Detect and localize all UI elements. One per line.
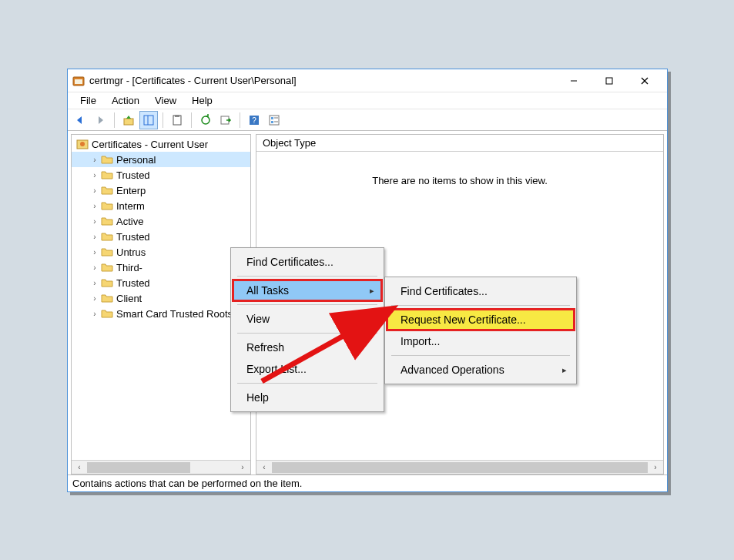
toolbar-up-button[interactable]	[119, 111, 138, 129]
context-menu-all-tasks[interactable]: All Tasks ▸	[233, 280, 382, 301]
folder-icon	[101, 153, 113, 166]
submenu-label: Advanced Operations	[401, 364, 504, 376]
submenu-arrow-icon: ▸	[370, 286, 374, 296]
svg-rect-7	[144, 116, 153, 125]
folder-icon	[101, 277, 113, 289]
tree-horizontal-scrollbar[interactable]: ‹ ›	[72, 460, 250, 474]
context-menu-label: Help	[246, 391, 269, 404]
toolbar-forward-button[interactable]	[91, 111, 109, 129]
svg-rect-17	[271, 121, 273, 123]
toolbar-show-pane-button[interactable]	[139, 111, 158, 129]
context-menu-export-list[interactable]: Export List...	[233, 358, 382, 380]
tree-expand-icon[interactable]: ›	[89, 277, 101, 289]
context-menu-view[interactable]: View ▸	[233, 308, 382, 330]
tree-expand-icon[interactable]: ›	[89, 184, 101, 196]
scroll-track[interactable]	[272, 462, 648, 473]
folder-icon	[101, 292, 113, 304]
tree-expand-icon[interactable]: ›	[89, 230, 101, 243]
context-menu-separator	[237, 383, 377, 384]
minimize-button[interactable]	[556, 70, 592, 92]
list-empty-message: There are no items to show in this view.	[372, 175, 548, 186]
toolbar-refresh-button[interactable]	[196, 111, 215, 129]
tree-item[interactable]: › Untrus	[72, 244, 250, 260]
menu-view[interactable]: View	[149, 93, 183, 108]
context-menu-label: Find Certificates...	[246, 256, 333, 268]
list-column-header[interactable]: Object Type	[256, 135, 663, 152]
maximize-button[interactable]	[592, 70, 627, 92]
tree-expand-icon[interactable]: ›	[89, 261, 101, 273]
svg-text:?: ?	[252, 116, 256, 125]
scroll-track[interactable]	[87, 462, 235, 473]
tree-item-label: Active	[116, 216, 143, 227]
toolbar-separator	[163, 112, 163, 128]
scroll-right-icon[interactable]: ›	[236, 461, 249, 474]
folder-icon	[101, 184, 113, 196]
tree-item[interactable]: › Active	[72, 213, 250, 229]
toolbar-separator	[191, 112, 192, 128]
list-horizontal-scrollbar[interactable]: ‹ ›	[256, 460, 663, 474]
context-menu-separator	[391, 355, 570, 356]
context-menu-help[interactable]: Help	[233, 387, 382, 408]
svg-rect-10	[175, 115, 179, 117]
context-menu-find-certificates[interactable]: Find Certificates...	[233, 251, 382, 273]
folder-icon	[101, 200, 113, 212]
submenu-request-new-certificate[interactable]: Request New Certificate...	[387, 309, 575, 330]
toolbar: ?	[68, 109, 667, 131]
context-menu-separator	[237, 304, 377, 305]
tree-item[interactable]: › Trusted	[72, 167, 250, 183]
svg-rect-15	[270, 116, 279, 125]
scroll-right-icon[interactable]: ›	[649, 461, 662, 474]
tree-item-label: Interm	[116, 200, 145, 212]
tree-expand-icon[interactable]: ›	[89, 292, 101, 304]
tree-root[interactable]: Certificates - Current User	[72, 136, 250, 152]
submenu-find-certificates[interactable]: Find Certificates...	[387, 280, 575, 302]
tree-item[interactable]: › Trusted	[72, 275, 250, 290]
tree-item-label: Third-	[116, 262, 142, 273]
tree-expand-icon[interactable]: ›	[89, 246, 101, 258]
svg-rect-6	[124, 119, 133, 125]
context-menu-refresh[interactable]: Refresh	[233, 337, 382, 358]
titlebar: certmgr - [Certificates - Current User\P…	[68, 69, 667, 92]
tree-root-label: Certificates - Current User	[92, 139, 208, 150]
tree-item[interactable]: › Interm	[72, 198, 250, 213]
submenu-arrow-icon: ▸	[370, 314, 374, 324]
tree-item-label: Trusted	[116, 277, 150, 289]
svg-rect-16	[271, 117, 273, 119]
app-icon	[72, 75, 85, 87]
svg-point-11	[202, 116, 209, 124]
menu-file[interactable]: File	[74, 93, 102, 108]
submenu-label: Request New Certificate...	[401, 314, 526, 326]
menu-help[interactable]: Help	[186, 93, 219, 108]
tree-expand-icon[interactable]: ›	[89, 169, 101, 181]
context-menu-label: All Tasks	[246, 284, 289, 297]
tree-expand-icon[interactable]: ›	[89, 153, 101, 166]
tree-item[interactable]: › Smart Card Trusted Roots	[72, 306, 250, 321]
tree-item-personal[interactable]: › Personal	[72, 152, 250, 167]
toolbar-help-button[interactable]: ?	[245, 111, 263, 129]
toolbar-clipboard-button[interactable]	[168, 111, 186, 129]
tree-expand-icon[interactable]: ›	[89, 215, 101, 227]
submenu-advanced-operations[interactable]: Advanced Operations ▸	[387, 359, 575, 381]
tree-item[interactable]: › Trusted	[72, 229, 250, 244]
tree-expand-icon[interactable]: ›	[89, 200, 101, 212]
tree-item-label: Trusted	[116, 231, 150, 243]
scroll-left-icon[interactable]: ‹	[73, 461, 85, 474]
submenu-import[interactable]: Import...	[387, 330, 575, 352]
context-menu-label: Refresh	[246, 341, 284, 354]
toolbar-export-button[interactable]	[216, 111, 235, 129]
scroll-left-icon[interactable]: ‹	[258, 461, 270, 474]
submenu-label: Import...	[401, 335, 440, 347]
tree-item[interactable]: › Third-	[72, 260, 250, 275]
context-menu-separator	[237, 333, 377, 334]
certificate-store-icon	[76, 138, 89, 150]
tree-item-label: Untrus	[116, 246, 146, 258]
toolbar-objects-button[interactable]	[265, 111, 283, 129]
tree-item[interactable]: › Client	[72, 290, 250, 306]
toolbar-back-button[interactable]	[71, 111, 89, 129]
tree-expand-icon[interactable]: ›	[89, 307, 101, 320]
folder-icon	[101, 230, 113, 243]
menu-action[interactable]: Action	[106, 93, 146, 108]
close-button[interactable]	[627, 70, 662, 92]
status-text: Contains actions that can be performed o…	[72, 478, 302, 489]
tree-item[interactable]: › Enterp	[72, 183, 250, 198]
